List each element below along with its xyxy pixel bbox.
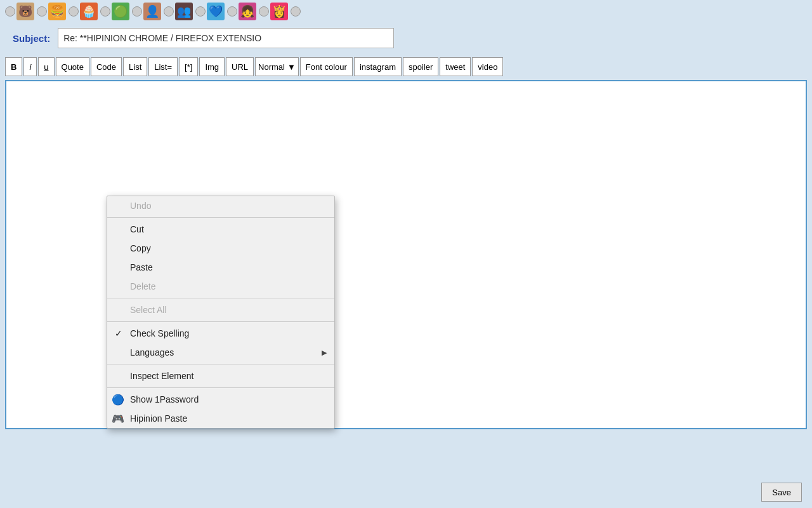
- context-menu-hipinion-paste[interactable]: 🎮 Hipinion Paste: [107, 409, 334, 428]
- separator: [107, 387, 334, 388]
- tweet-button[interactable]: tweet: [440, 57, 471, 76]
- paste-label: Paste: [130, 262, 153, 272]
- cut-label: Cut: [130, 224, 144, 234]
- avatar-image: 👥: [175, 3, 193, 20]
- avatar-item: 👥: [164, 3, 193, 20]
- avatar-image: 🟢: [112, 3, 129, 20]
- subject-row: Subject:: [0, 23, 812, 53]
- hipinion-paste-label: Hipinion Paste: [130, 413, 187, 424]
- copy-label: Copy: [130, 243, 151, 253]
- dropdown-arrow-icon: ▼: [287, 62, 296, 72]
- avatar-item: 👧: [227, 3, 256, 20]
- context-menu-inspect-element[interactable]: Inspect Element: [107, 366, 334, 385]
- subject-input[interactable]: [58, 28, 394, 48]
- context-menu-undo[interactable]: Undo: [107, 196, 334, 215]
- context-menu-check-spelling[interactable]: ✓ Check Spelling: [107, 324, 334, 343]
- avatar-item: 💙: [195, 3, 225, 20]
- avatar-image: 🐻: [16, 3, 34, 20]
- subject-label: Subject:: [13, 33, 50, 44]
- avatar-radio[interactable]: [291, 6, 301, 17]
- context-menu-paste[interactable]: Paste: [107, 258, 334, 277]
- font-colour-button[interactable]: Font colour: [300, 57, 353, 76]
- context-menu-show-1password[interactable]: 🔵 Show 1Password: [107, 390, 334, 409]
- save-button[interactable]: Save: [761, 483, 802, 502]
- avatar-radio[interactable]: [69, 6, 79, 17]
- bold-button[interactable]: B: [5, 57, 22, 76]
- delete-label: Delete: [130, 281, 155, 291]
- context-menu-cut[interactable]: Cut: [107, 220, 334, 239]
- avatar-radio[interactable]: [100, 6, 110, 17]
- context-menu-select-all[interactable]: Select All: [107, 300, 334, 319]
- hipinion-paste-icon: 🎮: [112, 413, 124, 424]
- avatar-image: 👸: [270, 3, 288, 20]
- img-button[interactable]: Img: [199, 57, 225, 76]
- video-button[interactable]: video: [472, 57, 503, 76]
- submenu-arrow-icon: ▶: [322, 349, 327, 357]
- context-menu-delete[interactable]: Delete: [107, 277, 334, 296]
- avatar-radio[interactable]: [37, 6, 47, 17]
- avatar-image: 💙: [207, 3, 225, 20]
- checkmark-icon: ✓: [115, 328, 122, 338]
- check-spelling-label: Check Spelling: [130, 328, 189, 338]
- context-menu: Undo Cut Copy Paste Delete Select All ✓ …: [107, 196, 335, 429]
- select-all-label: Select All: [130, 305, 167, 315]
- avatar-radio[interactable]: [227, 6, 237, 17]
- quote-button[interactable]: Quote: [56, 57, 89, 76]
- italic-button[interactable]: i: [23, 57, 37, 76]
- avatar-image: 🍔: [48, 3, 66, 20]
- show-1password-label: Show 1Password: [130, 394, 199, 404]
- onepassword-icon: 🔵: [112, 394, 124, 405]
- avatar-radio[interactable]: [259, 6, 269, 17]
- context-menu-languages[interactable]: Languages ▶: [107, 343, 334, 362]
- spoiler-button[interactable]: spoiler: [403, 57, 438, 76]
- avatar-image: 👧: [239, 3, 256, 20]
- avatar-item: 👸: [259, 3, 288, 20]
- avatar-item: 🟢: [100, 3, 129, 20]
- bracket-button[interactable]: [*]: [179, 57, 198, 76]
- avatar-item: 👤: [132, 3, 161, 20]
- avatar-radio[interactable]: [195, 6, 206, 17]
- bottom-bar: Save: [0, 476, 812, 508]
- avatar-item: 🧁: [69, 3, 98, 20]
- separator: [107, 321, 334, 322]
- undo-label: Undo: [130, 201, 151, 211]
- avatar-image: 👤: [143, 3, 161, 20]
- avatar-radio[interactable]: [132, 6, 142, 17]
- inspect-element-label: Inspect Element: [130, 371, 193, 381]
- editor-area[interactable]: Undo Cut Copy Paste Delete Select All ✓ …: [5, 80, 807, 429]
- url-button[interactable]: URL: [226, 57, 254, 76]
- separator: [107, 364, 334, 364]
- languages-label: Languages: [130, 347, 174, 358]
- avatar-radio[interactable]: [164, 6, 174, 17]
- avatar-row: 🐻 🍔 🧁 🟢 👤 👥 💙 👧 👸: [0, 0, 812, 23]
- avatar-image: 🧁: [80, 3, 98, 20]
- separator: [107, 217, 334, 218]
- avatar-radio[interactable]: [5, 6, 15, 17]
- context-menu-copy[interactable]: Copy: [107, 239, 334, 258]
- separator: [107, 298, 334, 298]
- code-button[interactable]: Code: [91, 57, 122, 76]
- avatar-item: 🐻: [5, 3, 34, 20]
- editor-toolbar: B i u Quote Code List List= [*] Img URL …: [0, 53, 812, 80]
- avatar-item: [291, 6, 301, 17]
- instagram-button[interactable]: instagram: [354, 57, 402, 76]
- underline-button[interactable]: u: [38, 57, 54, 76]
- list-button[interactable]: List: [123, 57, 147, 76]
- font-size-select[interactable]: Normal ▼: [255, 57, 299, 76]
- list-eq-button[interactable]: List=: [148, 57, 178, 76]
- avatar-item: 🍔: [37, 3, 66, 20]
